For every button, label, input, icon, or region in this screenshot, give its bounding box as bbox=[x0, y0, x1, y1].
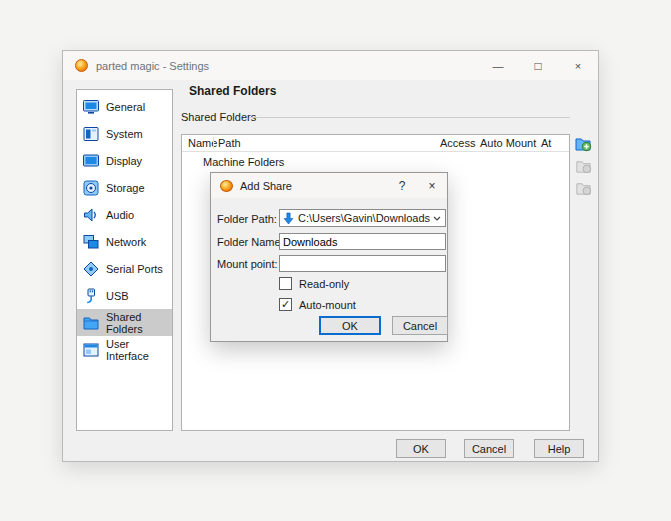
sidebar-item-audio[interactable]: Audio bbox=[77, 201, 172, 228]
maximize-icon[interactable]: □ bbox=[518, 51, 558, 80]
user-interface-icon bbox=[82, 341, 100, 359]
page-title: Shared Folders bbox=[189, 84, 276, 98]
edit-share-button[interactable] bbox=[574, 157, 592, 175]
chevron-down-icon bbox=[433, 216, 441, 221]
folder-path-combobox[interactable]: C:\Users\Gavin\Downloads bbox=[279, 209, 446, 227]
folder-name-label: Folder Name: bbox=[217, 236, 275, 248]
settings-cancel-button[interactable]: Cancel bbox=[464, 439, 514, 458]
usb-icon bbox=[82, 287, 100, 305]
serial-ports-icon bbox=[82, 260, 100, 278]
add-share-button[interactable] bbox=[574, 135, 592, 153]
column-header-auto-mount[interactable]: Auto Mount bbox=[480, 137, 536, 149]
dialog-close-icon[interactable]: × bbox=[417, 173, 447, 198]
column-header-path[interactable]: Path bbox=[218, 137, 241, 149]
audio-icon bbox=[82, 206, 100, 224]
settings-ok-button[interactable]: OK bbox=[396, 439, 446, 458]
add-share-folder-icon bbox=[574, 135, 592, 153]
group-box-line bbox=[250, 117, 570, 118]
minimize-icon[interactable]: — bbox=[478, 51, 518, 80]
shared-folders-icon bbox=[82, 314, 100, 332]
remove-share-folder-icon bbox=[575, 180, 592, 197]
settings-titlebar: parted magic - Settings — □ × bbox=[63, 51, 598, 80]
sidebar-item-storage[interactable]: Storage bbox=[77, 174, 172, 201]
auto-mount-checkbox-row: ✓ Auto-mount bbox=[279, 298, 356, 311]
folder-name-input[interactable] bbox=[279, 233, 446, 250]
sidebar-item-serial-ports[interactable]: Serial Ports bbox=[77, 255, 172, 282]
settings-category-list: General System Display bbox=[76, 89, 173, 431]
read-only-label: Read-only bbox=[299, 278, 349, 290]
auto-mount-label: Auto-mount bbox=[299, 299, 356, 311]
share-toolbar bbox=[574, 135, 592, 197]
dialog-controls: ? × bbox=[387, 173, 447, 198]
mount-point-input[interactable] bbox=[279, 255, 446, 272]
sidebar-item-label: Storage bbox=[106, 182, 145, 194]
close-icon[interactable]: × bbox=[558, 51, 598, 80]
window-controls: — □ × bbox=[478, 51, 598, 80]
sidebar-item-user-interface[interactable]: User Interface bbox=[77, 336, 172, 363]
dialog-cancel-button[interactable]: Cancel bbox=[392, 316, 448, 335]
system-icon bbox=[82, 125, 100, 143]
shared-folders-group-label: Shared Folders bbox=[181, 111, 256, 123]
desktop-background: parted magic - Settings — □ × General bbox=[0, 0, 671, 521]
folder-path-value: C:\Users\Gavin\Downloads bbox=[298, 212, 430, 224]
add-share-dialog: Add Share ? × Folder Path: C:\Users\Gavi… bbox=[210, 172, 448, 342]
read-only-checkbox[interactable] bbox=[279, 277, 292, 290]
sidebar-item-usb[interactable]: USB bbox=[77, 282, 172, 309]
sidebar-item-label: Network bbox=[106, 236, 146, 248]
auto-mount-checkbox[interactable]: ✓ bbox=[279, 298, 292, 311]
sidebar-item-label: USB bbox=[106, 290, 129, 302]
sidebar-item-general[interactable]: General bbox=[77, 93, 172, 120]
dialog-ok-button[interactable]: OK bbox=[319, 316, 381, 335]
sidebar-item-label: System bbox=[106, 128, 143, 140]
sidebar-item-label: Audio bbox=[106, 209, 134, 221]
folder-path-label: Folder Path: bbox=[217, 213, 275, 225]
sidebar-item-network[interactable]: Network bbox=[77, 228, 172, 255]
window-title: parted magic - Settings bbox=[96, 60, 209, 72]
mount-point-label: Mount point: bbox=[217, 258, 275, 270]
settings-help-button[interactable]: Help bbox=[534, 439, 584, 458]
sidebar-item-label: Display bbox=[106, 155, 142, 167]
read-only-checkbox-row: Read-only bbox=[279, 277, 349, 290]
remove-share-button[interactable] bbox=[574, 179, 592, 197]
sidebar-item-shared-folders[interactable]: Shared Folders bbox=[77, 309, 172, 336]
sidebar-item-system[interactable]: System bbox=[77, 120, 172, 147]
table-header-row: Name Path Access Auto Mount At bbox=[182, 135, 569, 152]
column-header-access[interactable]: Access bbox=[440, 137, 475, 149]
blue-down-arrow-icon bbox=[283, 212, 294, 225]
dialog-title: Add Share bbox=[240, 180, 292, 192]
storage-icon bbox=[82, 179, 100, 197]
display-icon bbox=[82, 152, 100, 170]
network-icon bbox=[82, 233, 100, 251]
dialog-help-icon[interactable]: ? bbox=[387, 173, 417, 198]
sidebar-item-display[interactable]: Display bbox=[77, 147, 172, 174]
virtualbox-app-icon bbox=[75, 59, 88, 72]
sidebar-item-label: Shared Folders bbox=[106, 311, 172, 335]
add-share-titlebar: Add Share ? × bbox=[211, 173, 447, 198]
sidebar-item-label: Serial Ports bbox=[106, 263, 163, 275]
column-header-at[interactable]: At bbox=[541, 137, 551, 149]
sidebar-item-label: User Interface bbox=[106, 338, 172, 362]
virtualbox-app-icon bbox=[220, 180, 233, 192]
column-separator[interactable] bbox=[213, 137, 214, 149]
general-icon bbox=[82, 98, 100, 116]
table-row-machine-folders[interactable]: Machine Folders bbox=[203, 156, 284, 168]
edit-share-folder-icon bbox=[575, 158, 592, 175]
sidebar-item-label: General bbox=[106, 101, 145, 113]
